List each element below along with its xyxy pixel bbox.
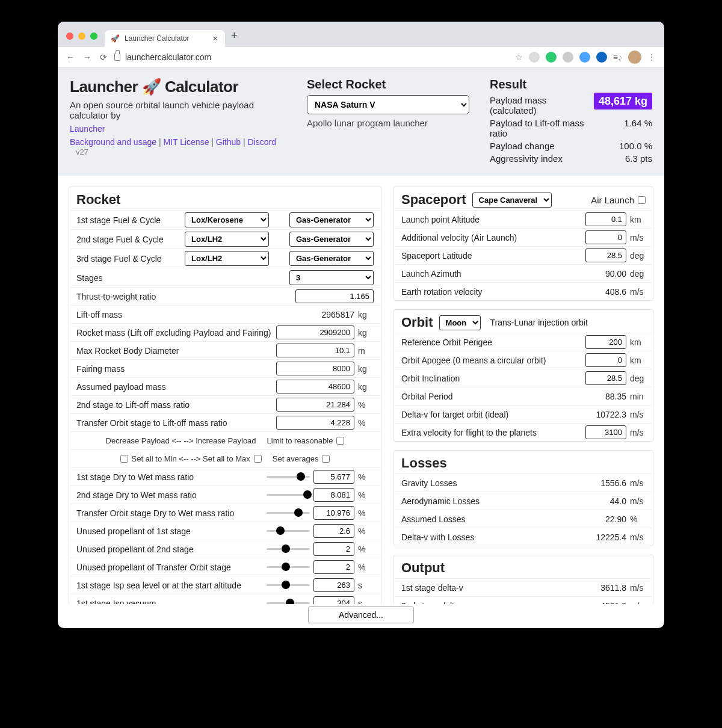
value-input[interactable] — [585, 335, 626, 349]
row-unit: % — [630, 514, 646, 524]
url-host[interactable]: launchercalculator.com — [125, 52, 211, 62]
table-row: Assumed Losses22.90% — [394, 510, 653, 528]
new-tab-button[interactable]: + — [231, 29, 238, 42]
minimize-window-icon[interactable] — [78, 32, 85, 40]
airlaunch-checkbox[interactable]: Air Launch — [591, 195, 646, 205]
table-row: Earth rotation velocity408.6m/s — [394, 282, 653, 300]
ext-icon[interactable] — [563, 52, 573, 63]
row-label: Aerodynamic Losses — [401, 496, 587, 506]
row-label: 1st stage Isp sea level or at the start … — [76, 581, 263, 590]
ext-icon[interactable] — [529, 52, 540, 63]
slider-row: 1st stage Isp sea level or at the start … — [69, 576, 381, 594]
row-value: 88.35 — [590, 392, 626, 401]
row-unit: m/s — [630, 496, 646, 506]
stages-select[interactable]: 3 — [289, 270, 374, 285]
row-unit: % — [358, 418, 374, 428]
row-unit: % — [358, 490, 374, 500]
value-input[interactable] — [276, 344, 354, 357]
slider[interactable] — [267, 584, 310, 586]
value-input[interactable] — [276, 362, 354, 375]
twr-input[interactable] — [295, 289, 374, 303]
slider[interactable] — [267, 512, 310, 514]
table-row: Additional velocity (Air Launch)m/s — [394, 228, 653, 246]
table-row: Aerodynamic Losses44.0m/s — [394, 492, 653, 510]
cycle-select[interactable]: Gas-Generator — [289, 212, 374, 227]
advanced-button[interactable]: Advanced... — [308, 606, 414, 623]
losses-panel: Losses Gravity Losses1556.6m/sAerodynami… — [393, 450, 653, 546]
row-label: Orbit Apogee (0 means a circular orbit) — [401, 356, 582, 365]
slider-value-input[interactable] — [313, 542, 354, 556]
slider-value-input[interactable] — [313, 470, 354, 484]
background-link[interactable]: Background and usage — [70, 137, 156, 147]
orbit-desc: Trans-Lunar injection orbit — [490, 318, 588, 327]
slider-value-input[interactable] — [313, 506, 354, 520]
slider-value-input[interactable] — [313, 596, 354, 604]
value-input[interactable] — [585, 212, 626, 226]
limit-checkbox[interactable]: Limit to reasonable — [267, 436, 345, 445]
slider-value-input[interactable] — [313, 578, 354, 592]
value-input[interactable] — [585, 353, 626, 367]
cycle-select[interactable]: Gas-Generator — [289, 232, 374, 247]
value-input[interactable] — [585, 230, 626, 244]
fuel-select[interactable]: Lox/LH2 — [185, 251, 269, 266]
slider[interactable] — [267, 602, 310, 604]
fuel-select[interactable]: Lox/LH2 — [185, 232, 269, 247]
spaceport-select[interactable]: Cape Canaveral — [472, 193, 552, 208]
row-label: Assumed payload mass — [76, 382, 273, 392]
fuel-row: 1st stage Fuel & Cycle Lox/Kerosene Gas-… — [69, 210, 381, 229]
airlaunch-input[interactable] — [638, 196, 646, 204]
forward-icon[interactable]: → — [83, 52, 91, 62]
liftoff-row: Lift-off mass 2965817 kg — [69, 305, 381, 323]
github-link[interactable]: Github — [216, 137, 241, 147]
profile-avatar-icon[interactable] — [628, 51, 641, 64]
mit-link[interactable]: MIT License — [163, 137, 209, 147]
slider-row: 2nd stage Dry to Wet mass ratio % — [69, 486, 381, 504]
row-label: Orbit Inclination — [401, 374, 582, 383]
set-min-checkbox[interactable]: Set all to Min <-- --> Set all to Max — [120, 454, 262, 463]
star-icon[interactable]: ☆ — [515, 52, 523, 62]
cycle-select[interactable]: Gas-Generator — [289, 251, 374, 266]
value-input[interactable] — [585, 248, 626, 262]
row-label: Extra velocity for flight to the planets — [401, 428, 582, 437]
close-window-icon[interactable] — [66, 32, 73, 40]
slider-value-input[interactable] — [313, 488, 354, 502]
row-unit: % — [358, 472, 374, 482]
maximize-window-icon[interactable] — [90, 32, 97, 40]
value-input[interactable] — [276, 416, 354, 430]
orbit-select[interactable]: Moon — [439, 315, 481, 330]
fuel-select[interactable]: Lox/Kerosene — [185, 212, 269, 227]
row-label: Thrust-to-weight ratio — [76, 292, 292, 301]
close-tab-icon[interactable]: × — [213, 34, 218, 43]
value-input[interactable] — [585, 371, 626, 385]
slider[interactable] — [267, 566, 310, 568]
slider-value-input[interactable] — [313, 560, 354, 574]
row-unit: deg — [630, 251, 646, 261]
value-input[interactable] — [276, 380, 354, 393]
reload-icon[interactable]: ⟳ — [100, 52, 107, 62]
slider[interactable] — [267, 530, 310, 532]
launcher-link[interactable]: Launcher — [70, 124, 105, 134]
slider-value-input[interactable] — [313, 524, 354, 538]
slider[interactable] — [267, 476, 310, 478]
ext-icon[interactable] — [546, 52, 557, 63]
set-avg-checkbox[interactable]: Set averages — [273, 454, 330, 463]
ext-icon[interactable] — [579, 52, 590, 63]
discord-link[interactable]: Discord — [248, 137, 276, 147]
result-label: Payload mass (calculated) — [490, 95, 594, 116]
row-label: 2nd stage Fuel & Cycle — [76, 235, 181, 244]
table-row: Launch Azimuth90.00deg — [394, 264, 653, 282]
slider[interactable] — [267, 494, 310, 496]
value-input[interactable] — [276, 398, 354, 412]
row-label: Rocket mass (Lift off excluding Payload … — [76, 328, 273, 338]
version-label: v27 — [76, 147, 88, 156]
browser-tab[interactable]: 🚀 Launcher Calculator × — [105, 30, 225, 47]
slider[interactable] — [267, 548, 310, 550]
value-input[interactable] — [585, 425, 626, 439]
ext-icon[interactable] — [596, 52, 607, 63]
playlist-icon[interactable]: ≡♪ — [613, 52, 622, 62]
back-icon[interactable]: ← — [66, 52, 75, 62]
rocket-select[interactable]: NASA Saturn V — [307, 95, 469, 114]
slider-row: 1st stage Isp vacuum s — [69, 594, 381, 604]
menu-icon[interactable]: ⋮ — [647, 52, 656, 62]
value-input[interactable] — [276, 325, 354, 339]
